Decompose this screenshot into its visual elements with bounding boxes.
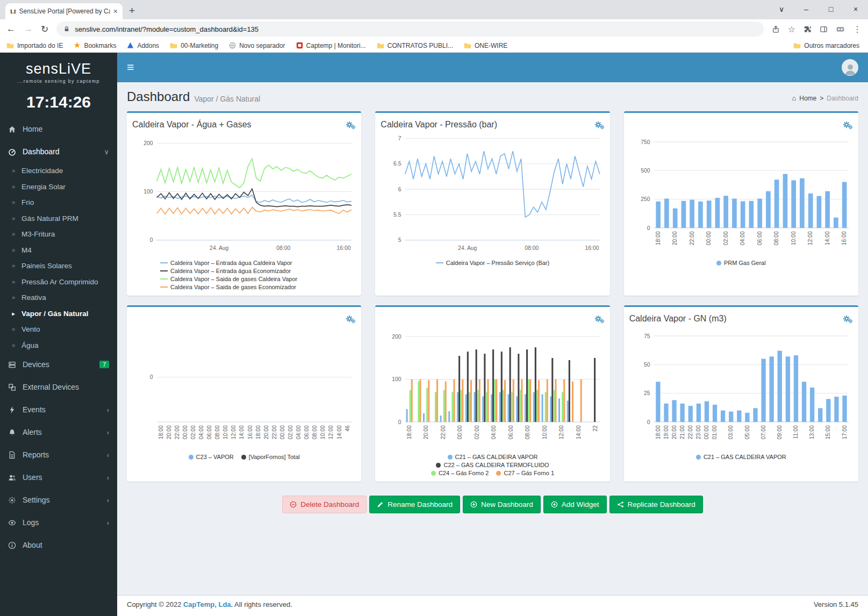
widget-settings-icon[interactable] (346, 315, 356, 323)
replicate-dashboard-button[interactable]: Replicate Dashboard (609, 496, 703, 513)
widget-settings-icon[interactable] (843, 121, 853, 128)
legend-item[interactable]: [VaporFornos] Total (241, 454, 300, 460)
window-minimize-button[interactable]: – (794, 0, 819, 19)
sidebar-item-settings[interactable]: Settings‹ (0, 489, 117, 511)
legend-item[interactable]: Caldeira Vapor – Entrada água Economizad… (160, 268, 291, 274)
bookmark-item-bookmarks[interactable]: Bookmarks (74, 42, 116, 49)
svg-text:22: 22 (593, 425, 599, 432)
sidebar-item-users[interactable]: Users‹ (0, 466, 117, 489)
svg-text:17:00: 17:00 (841, 425, 847, 439)
back-button[interactable]: ← (6, 24, 16, 34)
widget-settings-icon[interactable] (594, 121, 605, 128)
sidebar-item-external-devices[interactable]: External Devices (0, 376, 117, 398)
svg-text:18:00: 18:00 (406, 425, 412, 439)
sidebar-item-events[interactable]: Events‹ (0, 398, 117, 421)
rename-dashboard-button[interactable]: Rename Dashboard (369, 496, 460, 513)
window-restore-button[interactable]: □ (819, 0, 843, 19)
share-icon[interactable] (772, 25, 780, 33)
svg-text:08:00: 08:00 (312, 425, 318, 439)
svg-text:22:00: 22:00 (440, 425, 446, 439)
sidebar-item-home[interactable]: Home (0, 118, 117, 140)
legend-item[interactable]: PRM Gas Geral (716, 260, 766, 266)
chevron-left-icon: ‹ (107, 519, 109, 527)
legend-marker (160, 262, 168, 263)
sidebar-subitem-vento[interactable]: ○Vento (0, 321, 117, 338)
bookmark-star-icon[interactable]: ☆ (788, 24, 795, 34)
svg-text:20:00: 20:00 (263, 425, 269, 439)
legend-item[interactable]: Caldeira Vapor – Saida de gases Caldeira… (160, 276, 297, 282)
extensions-puzzle-icon[interactable] (804, 25, 812, 33)
sidebar-item-dashboard[interactable]: Dashboard∨ (0, 140, 117, 163)
sidebar-item-reports[interactable]: Reports‹ (0, 443, 117, 466)
sidebar-subitem-gua[interactable]: ○Água (0, 338, 117, 354)
legend-item[interactable]: C21 – GAS CALDEIRA VAPOR (696, 454, 786, 460)
sidebar-subitem-energia-solar[interactable]: ○Energia Solar (0, 179, 117, 195)
sidebar-subitem-m4[interactable]: ○M4 (0, 242, 117, 259)
sidebar-item-label: Dashboard (23, 147, 60, 156)
legend-item[interactable]: C21 – GAS CALDEIRA VAPOR (448, 454, 538, 460)
captemp-link[interactable]: CapTemp, Lda. (183, 600, 233, 608)
legend-item[interactable]: C24 – Gás Forno 2 (431, 470, 489, 476)
sidebar-subitem-m3-fritura[interactable]: ○M3-Fritura (0, 226, 117, 242)
user-avatar[interactable] (842, 59, 858, 76)
bookmark-item-00-marketing[interactable]: 00-Marketing (170, 42, 218, 49)
bookmark-item-importado-do-ie[interactable]: Importado do IE (6, 42, 63, 49)
legend-label: Caldeira Vapor – Entrada água Economizad… (170, 268, 291, 274)
widget-settings-icon[interactable] (843, 315, 853, 323)
sidebar-subitem-paineis-solares[interactable]: ○Paineis Solares (0, 258, 117, 274)
widget-settings-icon[interactable] (346, 121, 356, 128)
tab-close-icon[interactable]: × (113, 7, 118, 16)
legend-item[interactable]: C23 – VAPOR (189, 454, 234, 460)
legend-item[interactable]: C27 – Gás Forno 1 (496, 470, 554, 476)
legend-item[interactable]: C22 – GAS CALDEIRA TERMOFLUIDO (436, 462, 549, 468)
action-button-label: New Dashboard (481, 500, 533, 508)
bookmark-label: Outros marcadores (804, 42, 859, 49)
bookmark-item-one-wire[interactable]: ONE-WIRE (464, 42, 507, 49)
breadcrumb: ⌂ Home > Dashboard (792, 94, 858, 104)
sidebar-subitem-electricidade[interactable]: ○Electricidade (0, 163, 117, 179)
reload-button[interactable]: ↻ (41, 24, 48, 35)
sidebar-subitem-press-o-ar-comprimido[interactable]: ○Pressão Ar Comprimido (0, 274, 117, 290)
senslive-logo[interactable]: sensLiVE ...remote sensing by captemp (0, 53, 117, 85)
legend-item[interactable]: Caldeira Vapor – Entrada água Caldeira V… (160, 260, 292, 266)
breadcrumb-home-link[interactable]: Home (799, 95, 816, 102)
delete-dashboard-button[interactable]: Delete Dashboard (282, 496, 367, 513)
side-panel-icon[interactable] (820, 25, 828, 33)
hamburger-menu-icon[interactable]: ≡ (127, 60, 134, 75)
sidebar-item-alerts[interactable]: Alerts‹ (0, 421, 117, 443)
widget-settings-icon[interactable] (594, 315, 605, 323)
bookmark-item-contratos-publi[interactable]: CONTRATOS PUBLI... (377, 42, 453, 49)
circle-icon: ○ (10, 279, 17, 285)
legend-item[interactable]: Caldeira Vapor – Pressão Serviço (Bar) (436, 260, 549, 266)
new-dashboard-button[interactable]: New Dashboard (463, 496, 541, 513)
sidebar-subitem-reativa[interactable]: ○Reativa (0, 290, 117, 306)
circle-icon: ○ (10, 184, 17, 190)
new-tab-button[interactable]: + (129, 5, 135, 17)
extension-badge-icon[interactable] (836, 25, 845, 34)
sidebar-item-about[interactable]: About (0, 534, 117, 556)
add-widget-button[interactable]: Add Widget (543, 496, 607, 513)
sidebar-subitem-label: Gás Natural PRM (21, 214, 78, 223)
legend-item[interactable]: Caldeira Vapor – Saida de gases Economiz… (160, 284, 296, 290)
window-close-button[interactable]: × (843, 0, 868, 19)
sidebar-item-devices[interactable]: Devices7 (0, 353, 117, 376)
bookmark-item-addons[interactable]: Addons (127, 42, 159, 49)
svg-text:10:00: 10:00 (223, 425, 228, 439)
chart-canvas: 55.566.5724. Aug08:0016:00 (381, 133, 604, 259)
sidebar-item-logs[interactable]: Logs‹ (0, 511, 117, 534)
bookmark-other-folders[interactable]: Outros marcadores (793, 42, 859, 49)
browser-menu-icon[interactable]: ⋮ (853, 24, 862, 34)
forward-button[interactable]: → (24, 24, 33, 34)
sidebar-subitem-vapor-g-s-natural[interactable]: ▸Vapor / Gás Natural (0, 306, 117, 322)
sidebar-subitem-g-s-natural-prm[interactable]: ○Gás Natural PRM (0, 211, 117, 227)
chart-legend: Caldeira Vapor – Entrada água Caldeira V… (132, 260, 356, 290)
legend-label: C21 – GAS CALDEIRA VAPOR (704, 454, 786, 460)
circle-icon: ○ (10, 342, 17, 348)
footer: Copyright © 2022 CapTemp, Lda. All right… (117, 595, 868, 616)
bookmark-item-captemp-monitori[interactable]: Captemp | Monitori... (296, 42, 366, 49)
bookmark-item-novo-separador[interactable]: Novo separador (229, 42, 285, 49)
url-bar[interactable]: senslive.com/intranet/?module=custom_das… (56, 22, 763, 37)
tab-search-icon[interactable]: ∨ (769, 0, 794, 19)
browser-tab[interactable]: LI SensLive Portal [Powered by Cap × (5, 3, 123, 19)
sidebar-subitem-frio[interactable]: ○Frio (0, 195, 117, 211)
